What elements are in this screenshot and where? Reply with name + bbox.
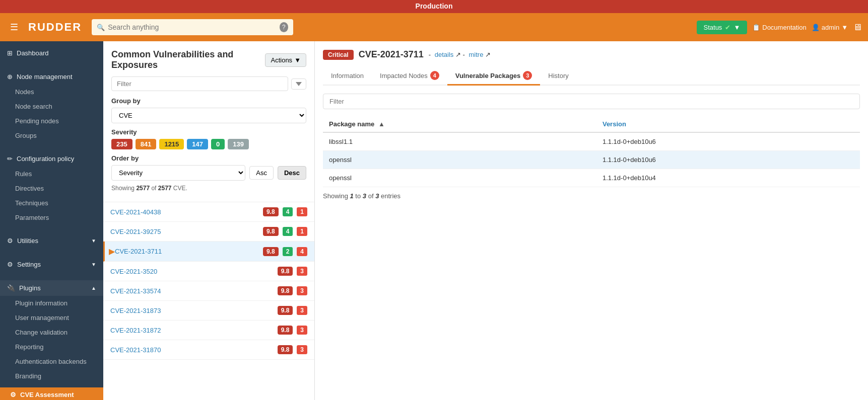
asc-button[interactable]: Asc <box>249 166 274 180</box>
sidebar-change-validation-label: Change validation <box>15 329 68 336</box>
sidebar-item-pending-nodes[interactable]: Pending nodes <box>0 114 103 128</box>
tab-badge: 3 <box>523 71 532 80</box>
sidebar-item-rules[interactable]: Rules <box>0 167 103 181</box>
status-button[interactable]: Status ✔ ▼ <box>697 21 748 34</box>
config-icon: ✏ <box>7 155 13 163</box>
cve-count-red: 3 <box>297 326 307 335</box>
cve-list-item[interactable]: CVE-2021-392759.841 <box>103 222 314 242</box>
cve-list-item[interactable]: CVE-2021-335749.83 <box>103 281 314 301</box>
sidebar: ⊞ Dashboard ⊕ Node management Nodes Node… <box>0 41 103 400</box>
mitre-link[interactable]: mitre <box>469 51 484 58</box>
utilities-chevron-icon: ▼ <box>91 238 96 244</box>
severity-critical-badge[interactable]: 235 <box>111 139 132 149</box>
cve-list-item[interactable]: CVE-2021-404389.841 <box>103 202 314 222</box>
filter-options-button[interactable] <box>291 78 306 90</box>
sidebar-item-reporting[interactable]: Reporting <box>0 340 103 354</box>
main-layout: ⊞ Dashboard ⊕ Node management Nodes Node… <box>0 41 868 400</box>
sidebar-item-user-management[interactable]: User management <box>0 310 103 325</box>
cve-count-red: 1 <box>297 227 307 236</box>
doc-icon: 📋 <box>752 24 760 31</box>
sort-arrow-icon: ▲ <box>378 120 385 128</box>
status-check-icon: ✔ <box>725 24 730 31</box>
sidebar-item-cve-assessment[interactable]: ⚙ CVE Assessment <box>0 387 103 400</box>
tab-information[interactable]: Information <box>323 67 372 86</box>
sidebar-utilities-header[interactable]: ⚙ Utilities ▼ <box>0 233 103 249</box>
group-by-select[interactable]: CVE <box>111 108 306 123</box>
tab-label: Information <box>331 72 364 79</box>
tab-vulnerable_packages[interactable]: Vulnerable Packages3 <box>447 67 541 86</box>
sidebar-item-parameters[interactable]: Parameters <box>0 210 103 225</box>
sidebar-node-management-header[interactable]: ⊕ Node management <box>0 69 103 85</box>
status-label: Status <box>704 24 722 31</box>
sidebar-settings-header[interactable]: ⚙ Settings ▼ <box>0 257 103 272</box>
plugins-icon: 🔌 <box>7 284 15 292</box>
col-package-name[interactable]: Package name ▲ <box>323 116 596 132</box>
showing-text: Showing 2577 of 2577 CVE. <box>111 185 306 194</box>
severity-badges: 235 841 1215 147 0 139 <box>111 139 306 149</box>
cve-list-item[interactable]: CVE-2021-318709.83 <box>103 340 314 360</box>
sidebar-nodes-label: Nodes <box>15 88 34 96</box>
cve-count-red: 3 <box>297 345 307 354</box>
top-bar: Production <box>0 0 868 13</box>
global-search-bar[interactable]: 🔍 ? <box>92 19 293 35</box>
desc-button[interactable]: Desc <box>278 166 306 180</box>
table-header-row: Package name ▲ Version <box>323 116 860 132</box>
cve-list-panel: Common Vulnerabilities and Exposures Act… <box>103 41 315 400</box>
package-name-cell: openssl <box>323 169 596 187</box>
order-by-select[interactable]: Severity <box>111 165 245 181</box>
severity-high-badge[interactable]: 841 <box>136 139 157 149</box>
details-link[interactable]: details <box>435 51 454 58</box>
table-filter-input[interactable] <box>323 94 860 109</box>
cve-id-text: CVE-2021-3520 <box>110 268 274 275</box>
sidebar-node-search-label: Node search <box>15 103 52 110</box>
selected-arrow-icon: ▶ <box>109 247 115 256</box>
dashboard-icon: ⊞ <box>7 49 13 57</box>
cve-list-item[interactable]: CVE-2021-35209.83 <box>103 262 314 281</box>
sidebar-item-change-validation[interactable]: Change validation <box>0 325 103 340</box>
cve-score-badge: 9.8 <box>278 306 293 315</box>
documentation-button[interactable]: 📋 Documentation <box>752 24 806 31</box>
admin-label: admin <box>822 24 839 31</box>
environment-title: Production <box>416 2 453 10</box>
tab-label: Vulnerable Packages <box>455 72 521 79</box>
cve-count-green: 4 <box>283 207 293 216</box>
sidebar-item-nodes[interactable]: Nodes <box>0 85 103 99</box>
cve-panel-title-row: Common Vulnerabilities and Exposures Act… <box>111 49 306 70</box>
severity-na-badge[interactable]: 139 <box>228 139 249 149</box>
user-icon: 👤 <box>812 24 820 31</box>
order-by-label: Order by <box>111 154 306 162</box>
sidebar-item-groups[interactable]: Groups <box>0 128 103 143</box>
sidebar-groups-label: Groups <box>15 132 37 139</box>
cve-filter-input[interactable] <box>111 76 288 91</box>
cve-list-item[interactable]: ▶CVE-2021-37119.824 <box>103 242 314 262</box>
admin-button[interactable]: 👤 admin ▼ <box>812 24 848 31</box>
severity-none-badge[interactable]: 0 <box>211 139 225 149</box>
severity-low-badge[interactable]: 147 <box>187 139 208 149</box>
version-cell: 1.1.1d-0+deb10u4 <box>596 169 860 187</box>
sidebar-config-policy-header[interactable]: ✏ Configuration policy <box>0 151 103 167</box>
sidebar-item-techniques[interactable]: Techniques <box>0 196 103 210</box>
cve-id-text: CVE-2021-39275 <box>110 228 259 235</box>
tab-label: History <box>548 72 568 79</box>
cve-panel-title-text: Common Vulnerabilities and Exposures <box>111 49 265 70</box>
cve-list-item[interactable]: CVE-2021-318729.83 <box>103 321 314 340</box>
sidebar-item-branding[interactable]: Branding <box>0 369 103 383</box>
actions-button[interactable]: Actions ▼ <box>265 53 306 67</box>
packages-tbody: libssl1.1 1.1.1d-0+deb10u6 openssl 1.1.1… <box>323 132 860 187</box>
sidebar-item-plugin-information[interactable]: Plugin information <box>0 296 103 310</box>
sidebar-config-policy-label: Configuration policy <box>17 155 74 163</box>
status-chevron-icon: ▼ <box>733 24 740 31</box>
cve-count-red: 3 <box>297 306 307 315</box>
search-help-icon[interactable]: ? <box>280 22 289 32</box>
sidebar-item-node-search[interactable]: Node search <box>0 99 103 114</box>
tab-history[interactable]: History <box>540 67 576 86</box>
sidebar-item-directives[interactable]: Directives <box>0 181 103 196</box>
cve-list-item[interactable]: CVE-2021-318739.83 <box>103 301 314 321</box>
hamburger-menu[interactable]: ☰ <box>6 20 22 35</box>
tab-impacted_nodes[interactable]: Impacted Nodes4 <box>372 67 447 86</box>
sidebar-item-dashboard[interactable]: ⊞ Dashboard <box>0 45 103 61</box>
sidebar-item-authentication-backends[interactable]: Authentication backends <box>0 354 103 369</box>
severity-medium-badge[interactable]: 1215 <box>159 139 184 149</box>
sidebar-plugins-header[interactable]: 🔌 Plugins ▲ <box>0 280 103 296</box>
search-input[interactable] <box>108 23 276 31</box>
